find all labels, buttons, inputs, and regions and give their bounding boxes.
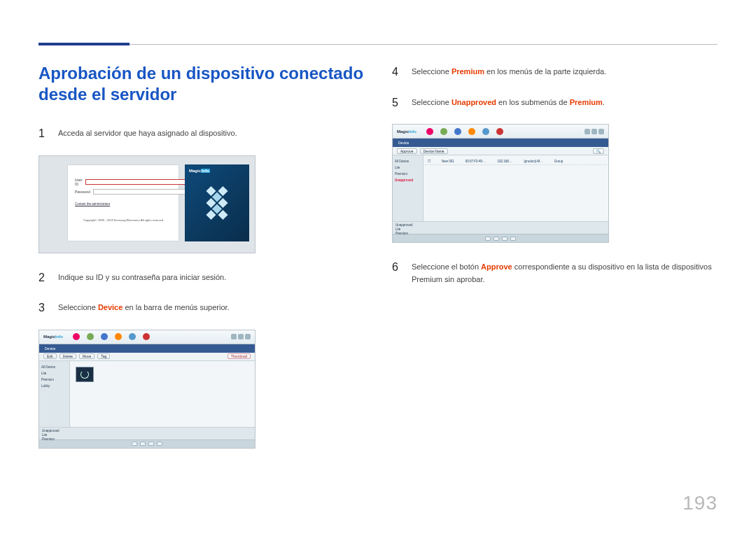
- device-thumbnail[interactable]: [76, 367, 94, 382]
- step-6-num: 6: [392, 258, 402, 286]
- row-mac: 00:07:F0:49:…: [465, 160, 486, 163]
- tool-icon[interactable]: [115, 333, 122, 340]
- step-5-text: Seleccione Unapproved en los submenús de…: [412, 94, 605, 112]
- step-4-num: 4: [392, 63, 402, 81]
- page-title: Aprobación de un dispositivo conectado d…: [38, 63, 364, 105]
- sidebar-item[interactable]: Premium: [395, 171, 421, 177]
- view-thumbnail-chip[interactable]: Thumbnail: [227, 353, 251, 359]
- step-3: 3 Seleccione Device en la barra de menús…: [38, 299, 364, 317]
- filter-device-name[interactable]: Device Name: [420, 148, 448, 154]
- right-column: 4 Seleccione Premium en los menús de la …: [392, 63, 718, 464]
- pager-chip[interactable]: [510, 237, 516, 241]
- highlight-premium: Premium: [451, 67, 484, 76]
- highlight-unapproved: Unapproved: [451, 98, 496, 106]
- pager-chip[interactable]: [148, 442, 154, 446]
- pager-chip[interactable]: [485, 237, 491, 241]
- sidebar-item[interactable]: Premium: [41, 377, 67, 383]
- step-2: 2 Indique su ID y su contraseña para ini…: [38, 269, 364, 287]
- pager-chip[interactable]: [140, 442, 146, 446]
- sidebar-item[interactable]: Lite: [395, 164, 421, 171]
- subbar-label: Device: [398, 141, 409, 145]
- app-subbar: Device: [393, 139, 608, 147]
- pager-chip[interactable]: [502, 237, 507, 241]
- login-pass-label: Password: [75, 190, 90, 194]
- tool-icon[interactable]: [87, 333, 94, 340]
- sidebar-item-selected[interactable]: Unapproved: [395, 177, 421, 183]
- app-subbar: Device: [39, 344, 255, 353]
- toolbar-chip[interactable]: [245, 334, 251, 339]
- sidebar-item[interactable]: Lite: [41, 370, 67, 377]
- step-2-text: Indique su ID y su contraseña para inici…: [58, 269, 226, 287]
- footer-item[interactable]: Premium: [42, 437, 252, 442]
- toolbar-chip[interactable]: [238, 334, 244, 339]
- step-3-num: 3: [38, 299, 48, 317]
- device-row[interactable]: ☐ New 001 00:07:F0:49:… 192.168.… [produ…: [425, 158, 607, 165]
- tool-icon[interactable]: [129, 333, 136, 340]
- row-checkbox[interactable]: ☐: [428, 160, 430, 163]
- step-3-text: Seleccione Device en la barra de menús s…: [58, 299, 230, 317]
- filter-chip[interactable]: Delete: [59, 353, 76, 359]
- sidebar-item[interactable]: All Device: [41, 364, 67, 370]
- login-user-label: User ID: [75, 178, 83, 186]
- tool-icon[interactable]: [440, 128, 447, 135]
- tool-icon[interactable]: [143, 333, 150, 340]
- brand-label: MagicInfo: [189, 169, 210, 173]
- filter-chip[interactable]: Move: [79, 353, 94, 359]
- page-content: Aprobación de un dispositivo conectado d…: [38, 63, 718, 464]
- app-sidebar-footer: Unapproved Lite Premium: [393, 221, 608, 234]
- svg-rect-0: [218, 186, 227, 196]
- footer-item[interactable]: Premium: [396, 232, 606, 236]
- left-column: Aprobación de un dispositivo conectado d…: [38, 63, 364, 464]
- login-hero: MagicInfo: [185, 164, 249, 241]
- row-ip: 192.168.…: [498, 160, 513, 163]
- login-panel: User ID Login Password Sign Up Contact t…: [67, 164, 179, 241]
- app-sidebar-footer: Unapproved Lite Premium: [39, 427, 255, 440]
- header-accent: [38, 43, 130, 45]
- app-filterbar: Approve Device Name 🔍: [393, 147, 608, 155]
- tool-icon[interactable]: [482, 128, 489, 135]
- tool-icon[interactable]: [454, 128, 461, 135]
- app-toolbar: MagicInfo: [393, 125, 608, 139]
- search-chip[interactable]: 🔍: [593, 148, 604, 154]
- tool-icon[interactable]: [101, 333, 108, 340]
- tool-icon[interactable]: [496, 128, 503, 135]
- toolbar-right: [231, 334, 251, 339]
- highlight-premium-2: Premium: [570, 98, 603, 106]
- row-name: New 001: [442, 160, 454, 163]
- highlight-device: Device: [98, 303, 122, 311]
- step-1: 1 Acceda al servidor que haya asignado a…: [38, 125, 364, 143]
- approve-button[interactable]: Approve: [397, 148, 417, 154]
- sidebar-item[interactable]: Lobby: [41, 383, 67, 389]
- row-model: [product]-M…: [524, 160, 543, 163]
- toolbar-right: [584, 129, 604, 134]
- svg-rect-1: [206, 186, 216, 196]
- step-1-text: Acceda al servidor que haya asignado al …: [58, 125, 237, 143]
- toolbar-icons: [73, 333, 150, 340]
- pager-chip[interactable]: [132, 442, 137, 446]
- filter-chip[interactable]: Tag: [97, 353, 110, 359]
- step-2-num: 2: [38, 269, 48, 287]
- toolbar-chip[interactable]: [598, 129, 604, 134]
- tool-icon[interactable]: [426, 128, 433, 135]
- contact-admin-link[interactable]: Contact the administrator: [75, 202, 172, 206]
- login-copyright: Copyright© 2009 - 2013 Samsung Electroni…: [75, 218, 172, 222]
- filter-chip[interactable]: Edit: [43, 353, 57, 359]
- tool-icon[interactable]: [468, 128, 475, 135]
- pager-chip[interactable]: [493, 237, 499, 241]
- toolbar-chip[interactable]: [584, 129, 590, 134]
- toolbar-chip[interactable]: [592, 129, 597, 134]
- sidebar-item[interactable]: All Device: [395, 158, 421, 164]
- step-1-num: 1: [38, 125, 48, 143]
- highlight-approve: Approve: [481, 262, 512, 271]
- step-6-text: Seleccione el botón Approve correspondie…: [412, 258, 718, 286]
- header-rule: [38, 44, 718, 45]
- toolbar-chip[interactable]: [231, 334, 237, 339]
- subbar-label: Device: [45, 346, 55, 351]
- app-filterbar: Edit Delete Move Tag Thumbnail: [39, 353, 255, 361]
- brand-small: MagicInfo: [43, 335, 63, 339]
- diamond-grid-icon: [192, 178, 242, 227]
- step-5: 5 Seleccione Unapproved en los submenús …: [392, 94, 718, 112]
- pager-chip[interactable]: [157, 442, 162, 446]
- tool-icon[interactable]: [73, 333, 80, 340]
- device-screenshot: MagicInfo Device Edit: [38, 330, 255, 449]
